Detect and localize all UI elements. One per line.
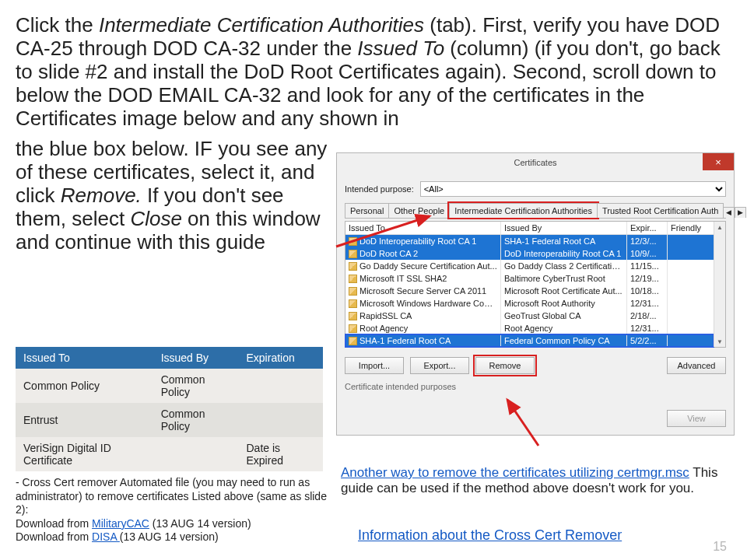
- link-crosscert-info[interactable]: Information about the Cross Cert Remover: [358, 527, 622, 543]
- cell: Common Policy: [153, 403, 239, 437]
- slide-number: 15: [713, 540, 727, 554]
- certificate-icon: [349, 250, 357, 258]
- dialog-title: Certificates: [514, 158, 556, 167]
- link-disa[interactable]: DISA: [92, 530, 120, 543]
- tab-scroll-left[interactable]: ◀: [723, 207, 735, 218]
- cert-row[interactable]: DoD Interoperability Root CA 1SHA-1 Fede…: [345, 235, 714, 247]
- col-header-exp[interactable]: Expir...: [627, 222, 668, 234]
- instr-ital: Close: [130, 207, 188, 230]
- close-button[interactable]: ×: [703, 153, 734, 170]
- instr-ital: Intermediate Certification Authorities: [99, 13, 430, 37]
- cross-cert-notes: - Cross Cert remover Automated file (you…: [16, 476, 327, 544]
- scroll-up-icon[interactable]: ▲: [714, 222, 725, 233]
- instr-ital: Remove.: [61, 184, 147, 207]
- view-button[interactable]: View: [667, 410, 726, 427]
- list-scrollbar[interactable]: ▲ ▼: [714, 222, 725, 347]
- notes-line: - Cross Cert remover Automated file (you…: [16, 476, 327, 516]
- certificate-icon: [349, 287, 357, 296]
- right-notes-2: Information about the Cross Cert Remover: [358, 527, 622, 544]
- intended-purpose-select[interactable]: <All>: [420, 181, 726, 197]
- notes-dl2-post: (13 AUG 14 version): [120, 530, 219, 543]
- instruction-paragraph-left: the blue box below. IF you see any of th…: [16, 138, 331, 254]
- cell: Common Policy: [16, 369, 153, 403]
- close-icon: ×: [715, 156, 721, 168]
- certificates-dialog: Certificates × Intended purpose: <All> P…: [336, 152, 735, 436]
- link-militarycac[interactable]: MilitaryCAC: [92, 517, 149, 530]
- table-row: VeriSign Digital ID Certificate Date is …: [16, 437, 323, 471]
- tab-trusted-root[interactable]: Trusted Root Certification Auth: [597, 203, 724, 218]
- cert-row[interactable]: SHA-1 Federal Root CAFederal Common Poli…: [345, 334, 714, 347]
- certificate-icon: [349, 312, 357, 320]
- cell: Entrust: [16, 403, 153, 437]
- cell: [239, 403, 324, 437]
- list-header[interactable]: Issued To Issued By Expir... Friendly: [345, 222, 714, 235]
- certificate-icon: [349, 275, 357, 283]
- tab-personal[interactable]: Personal: [345, 203, 389, 218]
- col-header-to[interactable]: Issued To: [345, 222, 501, 234]
- tabs: Personal Other People Intermediate Certi…: [345, 203, 726, 219]
- mini-th-by: Issued By: [153, 347, 239, 369]
- mini-th-to: Issued To: [16, 347, 153, 369]
- cell: Common Policy: [153, 369, 239, 403]
- cell: [153, 437, 239, 471]
- cert-listview: Issued To Issued By Expir... Friendly Do…: [345, 221, 726, 348]
- notes-dl1: Download from: [16, 517, 92, 530]
- advanced-button[interactable]: Advanced: [667, 357, 726, 374]
- mini-th-exp: Expiration: [239, 347, 324, 369]
- dialog-body: Intended purpose: <All> Personal Other P…: [337, 172, 734, 435]
- cross-cert-table: Issued To Issued By Expiration Common Po…: [16, 347, 323, 471]
- table-row: Common Policy Common Policy: [16, 369, 323, 403]
- scroll-down-icon[interactable]: ▼: [714, 336, 725, 347]
- cell: VeriSign Digital ID Certificate: [16, 437, 153, 471]
- notes-dl2: Download from: [16, 530, 92, 543]
- lower-left-block: Issued To Issued By Expiration Common Po…: [16, 347, 335, 544]
- intended-purpose-label: Intended purpose:: [345, 184, 414, 194]
- cert-row[interactable]: Microsoft Secure Server CA 2011Microsoft…: [345, 285, 714, 297]
- tab-other-people[interactable]: Other People: [388, 203, 450, 218]
- cell: Date is Expired: [239, 437, 324, 471]
- certificate-icon: [349, 299, 357, 308]
- cert-row[interactable]: RapidSSL CAGeoTrust Global CA2/18/...: [345, 310, 714, 322]
- certificate-icon: [349, 237, 357, 246]
- cert-row[interactable]: Root AgencyRoot Agency12/31...: [345, 322, 714, 334]
- instr-ital: Issued To: [357, 37, 450, 60]
- cell: [239, 369, 324, 403]
- remove-button[interactable]: Remove: [475, 357, 535, 374]
- certificate-icon: [349, 337, 357, 345]
- link-certmgr[interactable]: Another way to remove the certificates u…: [341, 465, 689, 480]
- cert-row[interactable]: DoD Root CA 2DoD Interoperability Root C…: [345, 247, 714, 260]
- cert-row[interactable]: Microsoft Windows Hardware Com...Microso…: [345, 297, 714, 310]
- tab-intermediate-cas[interactable]: Intermediate Certification Authorities: [449, 203, 598, 218]
- tab-scroll-right[interactable]: ▶: [735, 207, 746, 218]
- export-button[interactable]: Export...: [410, 357, 469, 374]
- import-button[interactable]: Import...: [345, 357, 404, 374]
- col-header-by[interactable]: Issued By: [501, 222, 627, 234]
- table-row: Entrust Common Policy: [16, 403, 323, 437]
- instr-text: Click the: [16, 13, 99, 37]
- intended-purpose-row: Intended purpose: <All>: [345, 181, 726, 197]
- certificate-icon: [349, 262, 357, 271]
- cert-row[interactable]: Microsoft IT SSL SHA2Baltimore CyberTrus…: [345, 272, 714, 285]
- cert-row[interactable]: Go Daddy Secure Certification Aut...Go D…: [345, 260, 714, 272]
- right-notes: Another way to remove the certificates u…: [341, 465, 730, 497]
- certificate-icon: [349, 324, 357, 333]
- dialog-titlebar[interactable]: Certificates ×: [337, 153, 734, 172]
- instruction-paragraph-full: Click the Intermediate Certification Aut…: [16, 14, 731, 130]
- col-header-fr[interactable]: Friendly: [668, 222, 711, 234]
- intended-purposes-label: Certificate intended purposes: [345, 382, 726, 391]
- button-row: Import... Export... Remove Advanced: [345, 357, 726, 374]
- notes-dl1-post: (13 AUG 14 version): [149, 517, 251, 530]
